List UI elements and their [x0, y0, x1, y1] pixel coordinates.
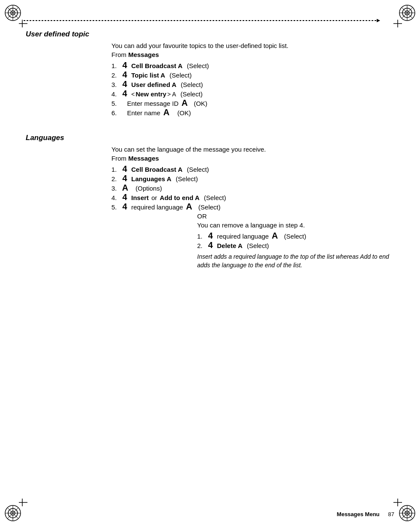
step-2: 2. 4 Topic list A (Select)	[111, 70, 394, 79]
step-1: 1. 4 Cell Broadcast A (Select)	[111, 61, 394, 69]
lang-step-key-1: 4	[120, 164, 129, 173]
step-space-6	[120, 109, 126, 117]
step-num-1: 1.	[111, 62, 120, 69]
step-key-2: 4	[120, 70, 129, 79]
lang-step-key-4: 4	[120, 193, 129, 201]
languages-from: From Messages	[111, 155, 394, 162]
step-bold-4: New entry	[135, 90, 166, 98]
step-5: 5. Enter message ID A (OK)	[111, 99, 394, 107]
lang-step-key-2: 4	[120, 174, 129, 182]
lang-step-paren-2: (Select)	[174, 175, 198, 182]
step-6: 6. Enter name A (OK)	[111, 108, 394, 117]
remove-step-key-1: 4	[206, 231, 215, 240]
lang-step-1: 1. 4 Cell Broadcast A (Select)	[111, 164, 394, 173]
remove-step-content-2: Delete A (Select)	[217, 242, 269, 249]
remove-step-key-2: 4	[206, 241, 215, 249]
remove-steps: 1. 4 required language A (Select) 2. 4 D…	[197, 231, 394, 249]
step-3: 3. 4 User defined A (Select)	[111, 80, 394, 88]
lang-step-content-2: Languages A (Select)	[131, 175, 198, 182]
lang-step-num-2: 2.	[111, 175, 120, 182]
corner-br	[391, 497, 417, 523]
step-num-6: 6.	[111, 109, 120, 117]
step-content-5: Enter message ID A (OK)	[127, 99, 207, 107]
languages-intro: You can set the language of the message …	[111, 146, 394, 153]
step-content-3: User defined A (Select)	[131, 81, 203, 88]
lang-step-bold-1: Cell Broadcast A	[131, 166, 182, 173]
step-4: 4. 4 < New entry > A (Select)	[111, 89, 394, 98]
lang-step-3: 3. A (Options)	[111, 183, 394, 192]
lang-step-paren-1: (Select)	[185, 166, 209, 173]
user-defined-intro: You can add your favourite topics to the…	[111, 42, 394, 49]
lang-step-content-4: Insert or Add to end A (Select)	[131, 194, 226, 201]
remove-step-2: 2. 4 Delete A (Select)	[197, 241, 394, 249]
user-defined-from: From Messages	[111, 51, 394, 58]
lang-step-content-3: (Options)	[132, 185, 162, 192]
step-letter-6: A	[161, 108, 169, 117]
nav-bar	[24, 18, 396, 23]
footer-page: 87	[388, 511, 394, 517]
step-key-1: 4	[120, 61, 129, 69]
step-num-5: 5.	[111, 100, 120, 107]
lang-step-bold-4b: Add to end A	[160, 194, 200, 201]
corner-bl	[3, 497, 29, 523]
step-key-4: 4	[120, 89, 129, 98]
lang-step-num-5: 5.	[111, 203, 120, 211]
lang-step-4: 4. 4 Insert or Add to end A (Select)	[111, 193, 394, 201]
from-bold-text: Messages	[128, 51, 159, 58]
user-defined-title: User defined topic	[26, 30, 394, 39]
step-content-6: Enter name A (OK)	[127, 108, 191, 117]
lang-step-paren-4: (Select)	[202, 194, 226, 201]
lang-step-5: 5. 4 required language A (Select)	[111, 202, 394, 211]
corner-tr	[391, 3, 417, 29]
section-user-defined: User defined topic You can add your favo…	[26, 30, 394, 117]
remove-step-bold-2: Delete A	[217, 242, 242, 249]
remove-step-paren-1: (Select)	[280, 233, 306, 240]
remove-step-1: 1. 4 required language A (Select)	[197, 231, 394, 240]
step-paren-4: (Select)	[179, 90, 203, 98]
section-languages: Languages You can set the language of th…	[26, 134, 394, 269]
lang-step-plain-5: required language	[131, 203, 183, 211]
remove-step-plain-1: required language	[217, 233, 269, 240]
step-paren-5: (OK)	[190, 100, 207, 107]
angle-close: > A	[167, 91, 176, 98]
user-defined-steps: 1. 4 Cell Broadcast A (Select) 2. 4 Topi…	[111, 61, 394, 117]
from-text: From	[111, 51, 126, 58]
lang-step-paren-5: (Select)	[195, 203, 220, 211]
languages-steps: 1. 4 Cell Broadcast A (Select) 2. 4 Lang…	[111, 164, 394, 211]
corner-tl	[3, 3, 29, 29]
step-space-5	[120, 100, 126, 107]
lang-from-text: From	[111, 155, 126, 162]
lang-step-paren-3: (Options)	[134, 185, 162, 192]
lang-step-bold-4a: Insert	[131, 194, 149, 201]
svg-marker-37	[377, 19, 380, 22]
step-plain-6: Enter name	[127, 109, 161, 117]
step-key-3: 4	[120, 80, 129, 88]
step-bold-1: Cell Broadcast A	[131, 62, 182, 69]
lang-step-or: or	[150, 194, 159, 201]
remove-text: You can remove a language in step 4.	[197, 221, 394, 229]
languages-title: Languages	[26, 134, 394, 142]
lang-step-key-5: 4	[120, 202, 129, 211]
remove-step-content-1: required language A (Select)	[217, 231, 306, 240]
step-content-1: Cell Broadcast A (Select)	[131, 62, 209, 69]
step-content-4: < New entry > A (Select)	[131, 90, 202, 98]
footer-label: Messages Menu	[337, 511, 380, 517]
step-num-3: 3.	[111, 81, 120, 88]
step-letter-5: A	[180, 99, 188, 107]
step-paren-2: (Select)	[168, 72, 192, 79]
lang-step-bold-2: Languages A	[131, 175, 171, 182]
step-content-2: Topic list A (Select)	[131, 72, 192, 79]
lang-step-key-3: A	[120, 183, 130, 192]
main-content: User defined topic You can add your favo…	[26, 30, 394, 500]
remove-step-num-2: 2.	[197, 242, 206, 249]
or-text: OR	[197, 212, 394, 220]
step-plain-5: Enter message ID	[127, 100, 179, 107]
remove-step-num-1: 1.	[197, 233, 206, 240]
step-num-2: 2.	[111, 72, 120, 79]
step-num-4: 4.	[111, 90, 120, 98]
lang-step-num-1: 1.	[111, 166, 120, 173]
footer: Messages Menu 87	[26, 511, 394, 517]
step-paren-6: (OK)	[172, 109, 191, 117]
lang-step-content-1: Cell Broadcast A (Select)	[131, 166, 209, 173]
languages-body: You can set the language of the message …	[111, 146, 394, 269]
